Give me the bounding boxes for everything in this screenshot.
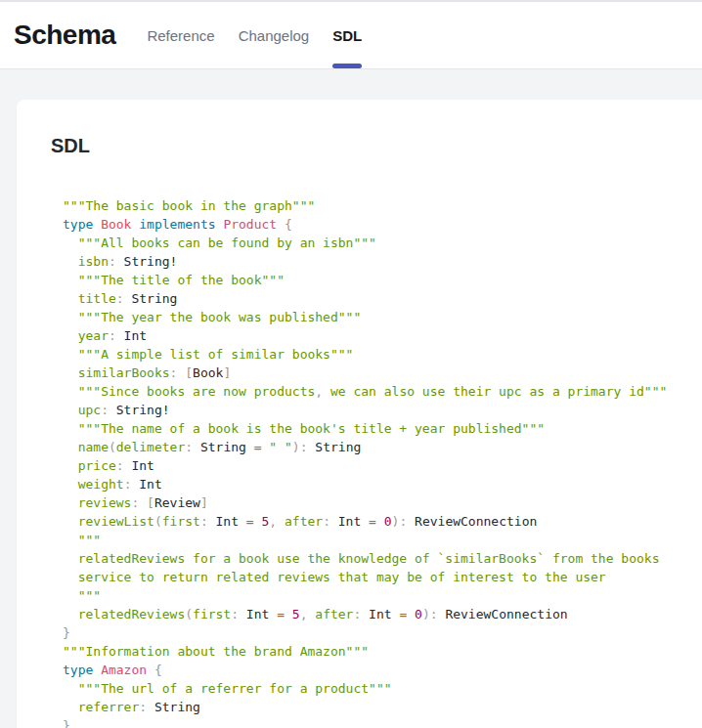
code-line: relatedReviews for a book use the knowle…: [63, 549, 686, 568]
code-token-cm: """The year the book was published""": [63, 310, 361, 324]
code-line: service to return related reviews that m…: [63, 568, 686, 586]
code-token-tx: [139, 495, 147, 510]
code-token-op: =: [277, 607, 285, 621]
code-token-pn: ]: [200, 495, 208, 510]
active-tab-indicator: [332, 64, 362, 68]
code-token-pn: :: [139, 700, 147, 714]
code-line: similarBooks: [Book]: [63, 364, 686, 382]
code-token-an: reviewList: [63, 514, 154, 529]
code-token-an: first: [193, 607, 231, 621]
code-line: """The basic book in the graph""": [63, 196, 686, 215]
code-line: """: [63, 531, 686, 549]
code-token-pn: ,: [315, 384, 323, 399]
code-token-tx: [277, 217, 285, 232]
code-token-pn: :: [200, 514, 208, 529]
code-token-tx: String!: [116, 254, 178, 269]
code-token-tx: Int: [131, 477, 161, 492]
code-token-tx: [147, 663, 154, 677]
code-token-pn: (: [109, 440, 116, 454]
code-token-cm: """Information about the brand Amazon""": [63, 644, 369, 659]
code-line: """All books can be found by an isbn""": [63, 234, 686, 252]
code-token-an: title: [63, 291, 116, 306]
code-token-tx: ReviewConnection: [438, 607, 568, 621]
code-line: }: [63, 716, 686, 728]
code-line: relatedReviews(first: Int = 5, after: In…: [63, 605, 686, 623]
code-token-pn: {: [154, 663, 162, 677]
code-token-pn: ): [292, 440, 300, 454]
code-token-op: =: [246, 514, 254, 529]
code-token-tx: [93, 217, 101, 232]
tab-sdl[interactable]: SDL: [332, 2, 362, 68]
code-token-tx: String!: [109, 403, 170, 417]
sdl-code: """The basic book in the graph"""type Bo…: [63, 196, 686, 728]
code-token-pn: {: [285, 217, 292, 232]
code-token-tx: Book: [193, 365, 223, 380]
code-token-tx: Int: [124, 458, 154, 473]
code-token-an: after: [307, 607, 353, 621]
code-line: """The name of a book is the book's titl…: [63, 419, 686, 438]
code-token-an: isbn: [63, 254, 109, 269]
code-token-cm: """Since books are now products: [63, 384, 315, 399]
tab-bar: Reference Changelog SDL: [147, 2, 385, 68]
code-line: isbn: String!: [63, 252, 686, 271]
code-token-an: weight: [63, 477, 124, 492]
code-token-pn: }: [63, 625, 70, 640]
code-token-pn: }: [63, 718, 70, 728]
sdl-card-heading: SDL: [51, 135, 686, 157]
code-token-cm: """: [63, 588, 101, 603]
code-token-tx: Int: [361, 607, 399, 621]
code-token-kw: type: [63, 663, 93, 677]
code-token-tx: Int: [330, 514, 369, 529]
code-token-tx: [376, 514, 384, 529]
code-token-cm: """A simple list of similar books""": [63, 347, 353, 362]
code-token-pn: :: [109, 328, 116, 343]
code-token-cm: service to return related reviews that m…: [63, 570, 606, 584]
code-token-cn: Amazon: [101, 663, 147, 677]
code-token-cm: we can also use their upc as a primary i…: [323, 384, 667, 399]
code-line: reviews: [Review]: [63, 493, 686, 512]
code-token-pn: :: [185, 440, 193, 454]
code-token-cm: """The title of the book""": [63, 273, 285, 287]
code-token-pn: [: [147, 495, 154, 510]
code-token-pn: :: [231, 607, 239, 621]
code-token-tx: Int: [116, 328, 147, 343]
code-token-pn: (: [154, 514, 162, 529]
code-token-op: =: [254, 440, 262, 454]
code-token-cm: """The url of a referrer for a product""…: [63, 681, 392, 696]
code-token-pn: ,: [269, 514, 277, 529]
code-token-op: =: [369, 514, 376, 529]
code-token-nm: 0: [415, 607, 422, 621]
code-token-tx: String: [147, 700, 200, 714]
code-line: weight: Int: [63, 475, 686, 493]
code-token-pn: :: [101, 403, 109, 417]
code-token-kw: implements: [139, 217, 215, 232]
code-token-pn: :: [116, 291, 124, 306]
code-token-pn: :: [109, 254, 116, 269]
code-token-cm: """The name of a book is the book's titl…: [63, 421, 545, 436]
code-token-an: delimeter: [116, 440, 185, 454]
code-token-cm: """The basic book in the graph""": [63, 198, 315, 213]
tab-reference[interactable]: Reference: [147, 2, 214, 68]
page-title: Schema: [14, 20, 115, 51]
tab-changelog-label: Changelog: [239, 27, 310, 44]
code-line: """A simple list of similar books""": [63, 345, 686, 364]
code-token-tx: String: [308, 440, 362, 454]
code-line: price: Int: [63, 456, 686, 475]
code-token-pn: (: [185, 607, 193, 621]
code-token-pn: :: [300, 440, 308, 454]
code-token-cm: relatedReviews for a book use the knowle…: [63, 551, 659, 566]
code-token-an: similarBooks: [63, 365, 170, 380]
code-line: """The title of the book""": [63, 271, 686, 289]
code-token-an: relatedReviews: [63, 607, 185, 621]
code-line: }: [63, 623, 686, 642]
tab-changelog[interactable]: Changelog: [239, 2, 310, 68]
code-token-an: after: [277, 514, 323, 529]
code-token-tx: ReviewConnection: [407, 514, 537, 529]
code-line: """: [63, 586, 686, 605]
code-token-cm: """All books can be found by an isbn""": [63, 236, 376, 250]
code-token-tx: [93, 663, 101, 677]
code-token-tx: [407, 607, 415, 621]
code-token-tx: [285, 607, 292, 621]
code-line: """The year the book was published""": [63, 308, 686, 326]
code-line: """Information about the brand Amazon""": [63, 642, 686, 661]
